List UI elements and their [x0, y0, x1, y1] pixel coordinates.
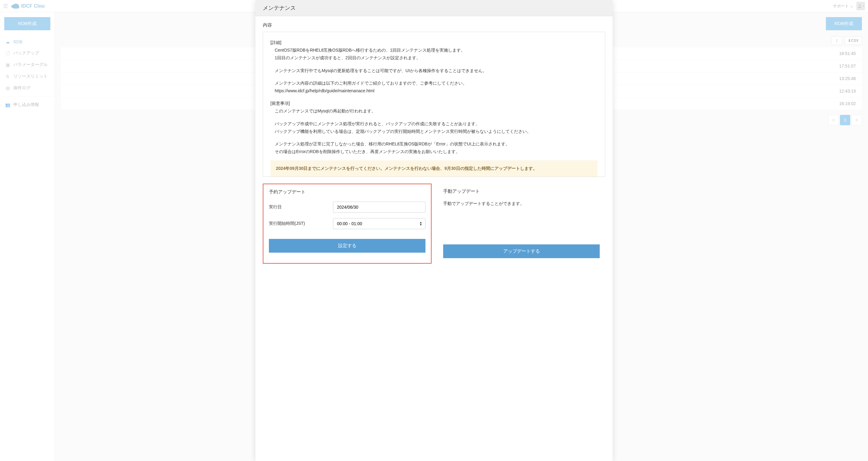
note-text: メンテナンス処理が正常に完了しなかった場合、移行用のRHEL8互換OS版RDBが…: [271, 140, 597, 148]
manual-update-button[interactable]: アップデートする: [443, 244, 600, 258]
detail-guide-url: https://www.idcf.jp/help/rdb/guide/maint…: [271, 87, 597, 95]
execution-date-input[interactable]: [333, 202, 426, 213]
manual-panel-desc: 手動でアップデートすることができます。: [443, 201, 600, 206]
detail-text: CentOS7版RDBをRHEL8互換OS版RDBへ移行するための、1回目メンテ…: [271, 47, 597, 54]
content-section-label: 内容: [263, 22, 605, 28]
detail-header: [詳細]: [271, 39, 597, 47]
detail-text: 1回目のメンテナンスが成功すると、2回目のメンテナンスが設定されます。: [271, 54, 597, 62]
scheduled-update-panel: 予約アップデート 実行日 実行開始時間(JST) 00:00 - 01:00: [263, 183, 432, 264]
deadline-warning: 2024年09月30日までにメンテナンスを行ってください。メンテナンスを行わない…: [271, 161, 597, 177]
detail-text: メンテナンス内容の詳細は以下のご利用ガイドでご紹介しておりますので、ご参考にして…: [271, 80, 597, 87]
execution-date-label: 実行日: [269, 204, 333, 210]
modal-overlay: メンテナンス 内容 [詳細] CentOS7版RDBをRHEL8互換OS版RDB…: [0, 0, 868, 461]
detail-text: メンテナンス実行中でもMysqlの更新処理をすることは可能ですが、UIから各種操…: [271, 67, 597, 75]
manual-update-panel: 手動アップデート 手動でアップデートすることができます。 アップデートする: [438, 183, 605, 264]
note-text: その場合はErrorのRDBを削除操作していただき、再度メンテナンスの実施をお願…: [271, 148, 597, 155]
scheduled-panel-title: 予約アップデート: [269, 189, 426, 195]
execution-time-label: 実行開始時間(JST): [269, 221, 333, 226]
execution-time-select[interactable]: 00:00 - 01:00: [333, 218, 426, 229]
modal-title: メンテナンス: [255, 0, 613, 16]
note-text: このメンテナンスではMysqlの再起動が行われます。: [271, 107, 597, 115]
manual-panel-title: 手動アップデート: [443, 189, 600, 194]
maintenance-content-box: [詳細] CentOS7版RDBをRHEL8互換OS版RDBへ移行するための、1…: [263, 32, 605, 177]
maintenance-modal: メンテナンス 内容 [詳細] CentOS7版RDBをRHEL8互換OS版RDB…: [255, 0, 613, 461]
schedule-submit-button[interactable]: 設定する: [269, 239, 426, 253]
note-text: バックアップ機能を利用している場合は、定期バックアップの実行開始時間とメンテナン…: [271, 128, 597, 135]
note-text: バックアップ作成中にメンテナンス処理が実行されると、バックアップの作成に失敗する…: [271, 120, 597, 128]
note-header: [留意事項]: [271, 99, 597, 107]
